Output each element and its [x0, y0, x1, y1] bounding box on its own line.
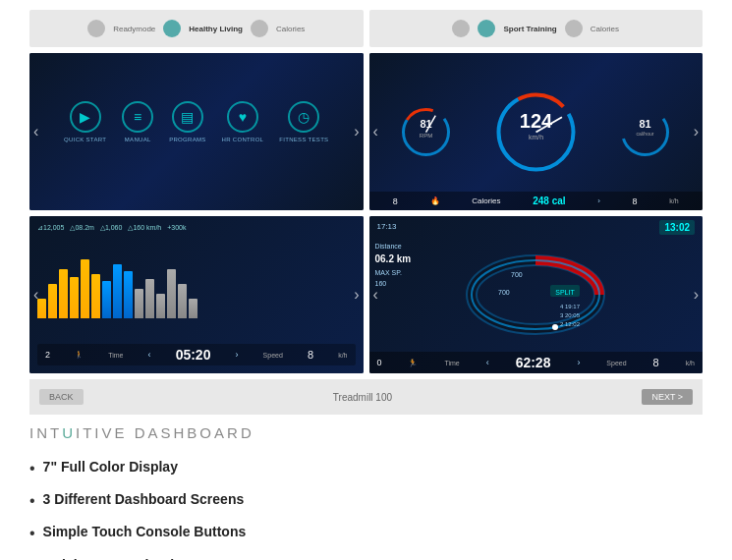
thumb-icon-r2 [478, 20, 495, 37]
dash4-num-left: 0 [377, 358, 382, 367]
bullet-1: • [29, 459, 35, 477]
thumb-icon-2 [163, 20, 181, 37]
dash1-hr: ♥ HR CONTROL [222, 101, 264, 142]
gallery4-prev-arrow[interactable]: ‹ [373, 286, 378, 304]
bar-4 [70, 277, 79, 318]
dash3-num-left: 2 [45, 350, 50, 360]
thumb-icon-1 [87, 20, 105, 37]
feature-item-1: • 7" Full Color Display [29, 459, 703, 477]
bar-1 [37, 299, 46, 318]
thumb-icon-3 [251, 20, 268, 37]
next-indicator[interactable]: NEXT > [642, 389, 693, 405]
dash4-lap: 13:02 [659, 220, 695, 235]
gallery3-next-arrow[interactable]: › [354, 286, 359, 304]
dash3-stat5: +300k [167, 224, 186, 232]
dash3-stat2: △08.2m [70, 224, 93, 232]
dash3-stat3: △1,060 [100, 224, 123, 232]
feature-list: • 7" Full Color Display • 3 Different Da… [29, 459, 703, 560]
bar-3 [59, 269, 68, 318]
dash4-maxspeed-label: MAX SP. [375, 267, 412, 278]
dash3-stat4: △160 km/h [128, 224, 161, 232]
dash3-speed-label: Speed [263, 352, 283, 359]
svg-text:700: 700 [498, 289, 510, 296]
dash4-stats: Distance 06.2 km MAX SP. 160 [375, 241, 412, 290]
dash3-speed-unit: k/h [338, 352, 347, 359]
feature-text-1: 7" Full Color Display [43, 459, 178, 475]
page-container: Readymode Healthy Living Calories Sport … [0, 0, 732, 560]
dash3-chevron-left: ‹ [148, 350, 151, 360]
feature-item-3: • Simple Touch Console Buttons [29, 524, 703, 542]
feature-text-2: 3 Different Dashboard Screens [43, 491, 245, 507]
gallery-item-2: 81 RPM 124 km/h [369, 53, 704, 210]
svg-point-15 [472, 260, 599, 329]
dash2-bottom-bar: 8 🔥 Calories 248 cal › 8 k/h [369, 192, 704, 210]
dash1-programs-icon: ▤ [172, 101, 203, 133]
dash1-fitness-icon: ◷ [288, 101, 319, 133]
dash3-speed-val: 8 [308, 349, 313, 361]
dash2-content: 81 RPM 124 km/h [369, 81, 704, 184]
svg-text:2 12:02: 2 12:02 [560, 321, 581, 327]
gallery3-prev-arrow[interactable]: ‹ [33, 286, 38, 304]
dash1-hr-icon: ♥ [227, 101, 258, 133]
gallery2-prev-arrow[interactable]: ‹ [373, 123, 378, 140]
feature-text-3: Simple Touch Console Buttons [43, 524, 247, 539]
dash2-rpm-gauge: 81 RPM [399, 105, 453, 159]
dash3-time-val: 05:20 [176, 347, 211, 363]
bar-10 [135, 289, 143, 318]
dash4-bottom-bar: 0 🏃 Time ‹ 62:28 › Speed 8 k/h [369, 352, 704, 373]
svg-text:RPM: RPM [420, 133, 432, 139]
gallery2-next-arrow[interactable]: › [694, 123, 699, 140]
bar-5 [81, 259, 89, 318]
thumb-tab-r1: Sport Training [503, 25, 556, 33]
rpm-svg: 81 RPM [399, 105, 453, 159]
bullet-3: • [29, 524, 35, 542]
dash4-time-val: 62:28 [516, 355, 551, 370]
gallery1-prev-arrow[interactable]: ‹ [33, 123, 38, 140]
dash1-quickstart-icon: ▶ [70, 101, 101, 133]
thumb-tab-2: Healthy Living [189, 25, 243, 33]
svg-point-16 [552, 324, 558, 330]
dash3-time-bar: 2 🚶 Time ‹ 05:20 › Speed 8 k/h [37, 344, 356, 365]
bar-14 [178, 284, 187, 318]
thumb-icon-r1 [452, 20, 470, 37]
dash2-speed-unit: k/h [669, 197, 678, 204]
svg-text:km/h: km/h [529, 134, 543, 140]
bullet-4: • [29, 557, 35, 560]
bar-13 [167, 269, 176, 318]
dash1-hr-label: HR CONTROL [222, 137, 264, 142]
dash4-speed-label: Speed [606, 360, 626, 366]
bottom-nav-bar: BACK Treadmill 100 NEXT > [29, 379, 703, 415]
thumb-left: Readymode Healthy Living Calories [29, 10, 364, 47]
dashboard-1: ▶ QUICK START ≡ MANUAL ▤ PROGRAMS ♥ HR C… [29, 53, 364, 210]
feature-item-4: • Quick Draw Technology [29, 557, 703, 560]
bar-15 [189, 299, 197, 318]
feature-item-2: • 3 Different Dashboard Screens [29, 491, 703, 510]
dash3-content: ⊿12,005 △08.2m △1,060 △160 km/h +300k [29, 216, 364, 373]
dash2-cal-icon: 🔥 [430, 196, 440, 205]
gallery-item-4: 17:13 13:02 700 700 [369, 216, 704, 373]
track-svg: 700 700 SPLIT 4 19:17 3 20:05 2 12:02 [457, 246, 614, 344]
svg-text:cal/hour: cal/hour [637, 131, 654, 137]
dash2-cal-value: 248 cal [533, 196, 565, 206]
dash3-chevron-right: › [236, 350, 239, 360]
product-name: Treadmill 100 [333, 392, 392, 403]
gallery1-next-arrow[interactable]: › [354, 123, 359, 140]
thumb-tab-3: Calories [276, 25, 305, 33]
dash4-speed-unit: k/h [686, 360, 695, 366]
back-indicator[interactable]: BACK [39, 389, 84, 405]
gallery4-next-arrow[interactable]: › [694, 286, 699, 304]
dash4-speed-val: 8 [653, 357, 659, 368]
gallery-item-3: ⊿12,005 △08.2m △1,060 △160 km/h +300k [29, 216, 364, 373]
thumb-icon-r3 [565, 20, 583, 37]
cal-svg: 81 cal/hour [618, 105, 672, 159]
thumb-right: Sport Training Calories [369, 10, 704, 47]
section-title: INTUITIVE DASHBOARD [29, 424, 703, 441]
gallery-item-1: ▶ QUICK START ≡ MANUAL ▤ PROGRAMS ♥ HR C… [29, 53, 364, 210]
dash3-bar-chart [37, 253, 356, 322]
svg-text:SPLIT: SPLIT [556, 289, 576, 296]
dash1-manual-label: MANUAL [125, 137, 151, 142]
svg-text:700: 700 [511, 271, 523, 278]
svg-text:4 19:17: 4 19:17 [560, 304, 581, 309]
bar-6 [91, 274, 100, 318]
bar-12 [156, 294, 165, 318]
